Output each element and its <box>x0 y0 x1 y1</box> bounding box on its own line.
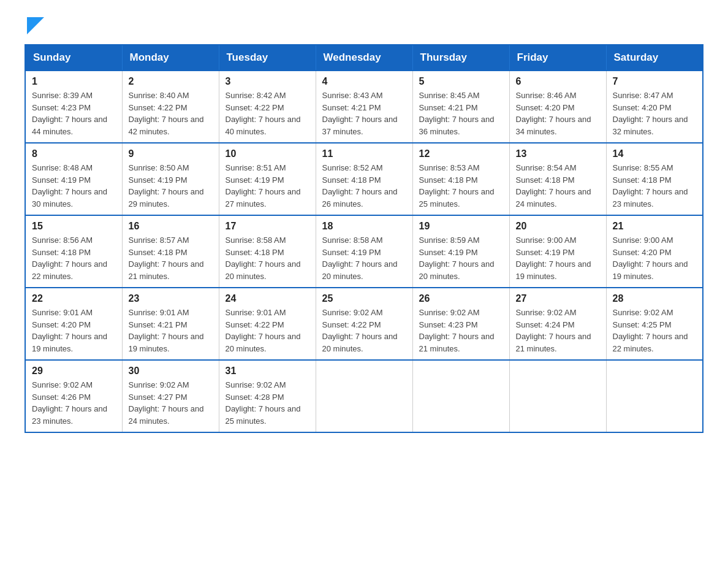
day-number: 4 <box>322 76 406 87</box>
daylight-label: Daylight: <box>322 187 355 196</box>
day-number: 18 <box>322 221 406 232</box>
sunrise-label: Sunrise: <box>226 163 257 172</box>
sunset-label: Sunset: <box>32 393 61 402</box>
calendar-header-monday: Monday <box>122 45 219 71</box>
sunrise-label: Sunrise: <box>226 91 257 100</box>
calendar-cell: 9 Sunrise: 8:50 AM Sunset: 4:19 PM Dayli… <box>122 143 219 215</box>
sunrise-value: 9:01 AM <box>63 308 93 317</box>
day-info: Sunrise: 8:50 AM Sunset: 4:19 PM Dayligh… <box>129 162 213 210</box>
sunset-label: Sunset: <box>322 175 352 185</box>
day-info: Sunrise: 8:51 AM Sunset: 4:19 PM Dayligh… <box>226 162 309 210</box>
sunset-label: Sunset: <box>419 320 449 329</box>
sunrise-label: Sunrise: <box>613 236 644 245</box>
day-info: Sunrise: 8:40 AM Sunset: 4:22 PM Dayligh… <box>129 90 213 137</box>
sunrise-label: Sunrise: <box>322 308 354 317</box>
daylight-label: Daylight: <box>129 332 162 341</box>
day-number: 27 <box>516 293 600 304</box>
day-info: Sunrise: 9:01 AM Sunset: 4:21 PM Dayligh… <box>129 307 213 354</box>
page-header <box>25 18 703 32</box>
sunset-label: Sunset: <box>613 175 642 185</box>
daylight-label: Daylight: <box>613 332 646 341</box>
sunrise-label: Sunrise: <box>419 308 450 317</box>
sunrise-value: 9:02 AM <box>450 308 480 317</box>
sunrise-value: 9:02 AM <box>257 380 286 389</box>
sunset-value: 4:21 PM <box>351 103 381 112</box>
sunrise-label: Sunrise: <box>516 236 547 245</box>
sunset-label: Sunset: <box>32 248 61 257</box>
calendar-header-tuesday: Tuesday <box>219 45 316 71</box>
day-number: 15 <box>32 221 116 232</box>
calendar-header-sunday: Sunday <box>25 45 122 71</box>
day-number: 10 <box>226 148 309 159</box>
day-number: 25 <box>322 293 406 304</box>
day-number: 8 <box>32 148 116 159</box>
day-info: Sunrise: 8:42 AM Sunset: 4:22 PM Dayligh… <box>226 90 309 137</box>
daylight-label: Daylight: <box>419 259 452 269</box>
day-number: 3 <box>226 76 309 87</box>
calendar-cell <box>509 360 606 432</box>
daylight-label: Daylight: <box>516 115 549 124</box>
day-info: Sunrise: 9:01 AM Sunset: 4:22 PM Dayligh… <box>226 307 309 354</box>
calendar-cell: 31 Sunrise: 9:02 AM Sunset: 4:28 PM Dayl… <box>219 360 316 432</box>
daylight-label: Daylight: <box>129 259 162 269</box>
sunset-label: Sunset: <box>32 103 61 112</box>
daylight-label: Daylight: <box>226 259 259 269</box>
calendar-cell: 25 Sunrise: 9:02 AM Sunset: 4:22 PM Dayl… <box>316 288 412 360</box>
calendar-cell: 12 Sunrise: 8:53 AM Sunset: 4:18 PM Dayl… <box>412 143 509 215</box>
day-number: 5 <box>419 76 503 87</box>
sunrise-value: 8:48 AM <box>63 163 93 172</box>
calendar-cell: 23 Sunrise: 9:01 AM Sunset: 4:21 PM Dayl… <box>122 288 219 360</box>
calendar-header-friday: Friday <box>509 45 606 71</box>
day-info: Sunrise: 9:02 AM Sunset: 4:23 PM Dayligh… <box>419 307 503 354</box>
day-info: Sunrise: 8:55 AM Sunset: 4:18 PM Dayligh… <box>613 162 697 210</box>
sunset-value: 4:22 PM <box>351 320 381 329</box>
sunset-label: Sunset: <box>129 248 158 257</box>
sunrise-value: 9:02 AM <box>644 308 673 317</box>
sunset-value: 4:27 PM <box>157 393 187 402</box>
sunrise-value: 9:00 AM <box>547 236 577 245</box>
sunrise-value: 9:02 AM <box>547 308 577 317</box>
day-info: Sunrise: 8:53 AM Sunset: 4:18 PM Dayligh… <box>419 162 503 210</box>
calendar-cell: 11 Sunrise: 8:52 AM Sunset: 4:18 PM Dayl… <box>316 143 412 215</box>
sunset-label: Sunset: <box>226 103 255 112</box>
day-info: Sunrise: 8:39 AM Sunset: 4:23 PM Dayligh… <box>32 90 116 137</box>
calendar-cell: 20 Sunrise: 9:00 AM Sunset: 4:19 PM Dayl… <box>509 215 606 288</box>
sunrise-label: Sunrise: <box>419 91 450 100</box>
sunrise-label: Sunrise: <box>516 163 547 172</box>
daylight-label: Daylight: <box>613 187 646 196</box>
sunset-label: Sunset: <box>322 103 352 112</box>
sunset-label: Sunset: <box>419 175 449 185</box>
sunrise-label: Sunrise: <box>32 236 63 245</box>
sunrise-label: Sunrise: <box>129 163 160 172</box>
sunset-value: 4:20 PM <box>642 103 671 112</box>
sunrise-value: 8:50 AM <box>160 163 189 172</box>
calendar-cell: 3 Sunrise: 8:42 AM Sunset: 4:22 PM Dayli… <box>219 71 316 143</box>
sunrise-value: 8:46 AM <box>547 91 577 100</box>
day-number: 23 <box>129 293 213 304</box>
day-number: 11 <box>322 148 406 159</box>
sunset-value: 4:18 PM <box>642 175 671 185</box>
sunrise-label: Sunrise: <box>32 91 63 100</box>
sunrise-label: Sunrise: <box>32 308 63 317</box>
sunset-value: 4:24 PM <box>545 320 574 329</box>
sunrise-label: Sunrise: <box>516 308 547 317</box>
sunset-label: Sunset: <box>516 248 545 257</box>
daylight-label: Daylight: <box>419 187 452 196</box>
sunrise-value: 8:54 AM <box>547 163 577 172</box>
day-number: 9 <box>129 148 213 159</box>
daylight-label: Daylight: <box>32 404 65 413</box>
sunset-value: 4:21 PM <box>448 103 477 112</box>
day-info: Sunrise: 8:43 AM Sunset: 4:21 PM Dayligh… <box>322 90 406 137</box>
sunset-value: 4:19 PM <box>545 248 574 257</box>
sunset-value: 4:18 PM <box>254 248 284 257</box>
calendar-cell: 15 Sunrise: 8:56 AM Sunset: 4:18 PM Dayl… <box>25 215 122 288</box>
sunset-value: 4:20 PM <box>545 103 574 112</box>
calendar-table: SundayMondayTuesdayWednesdayThursdayFrid… <box>25 44 703 433</box>
sunset-value: 4:20 PM <box>642 248 671 257</box>
calendar-week-row: 29 Sunrise: 9:02 AM Sunset: 4:26 PM Dayl… <box>25 360 703 432</box>
daylight-label: Daylight: <box>613 259 646 269</box>
day-number: 24 <box>226 293 309 304</box>
sunset-value: 4:18 PM <box>157 248 187 257</box>
calendar-cell: 21 Sunrise: 9:00 AM Sunset: 4:20 PM Dayl… <box>606 215 703 288</box>
calendar-cell: 17 Sunrise: 8:58 AM Sunset: 4:18 PM Dayl… <box>219 215 316 288</box>
